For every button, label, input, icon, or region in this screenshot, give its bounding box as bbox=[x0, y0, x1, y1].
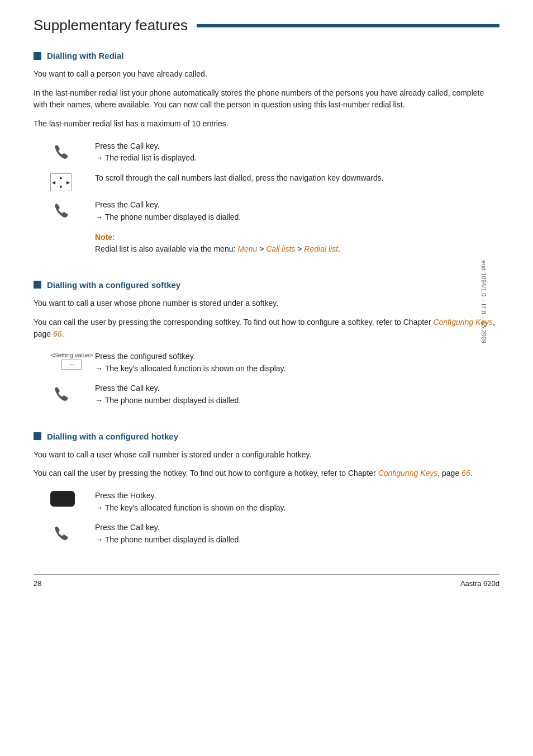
note-spacer bbox=[50, 231, 95, 233]
hotkey-para-2: You can call the user by pressing the ho… bbox=[34, 467, 499, 480]
section-hotkey-icon bbox=[34, 432, 41, 440]
call-lists-link[interactable]: Call lists bbox=[266, 244, 295, 253]
redial-step-3-text: Press the Call key. → The phone number d… bbox=[95, 199, 499, 223]
softkey-para-2: You can call the user by pressing the co… bbox=[34, 316, 499, 341]
configuring-keys-link-2[interactable]: Configuring Keys bbox=[378, 469, 438, 478]
hotkey-para-1: You want to call a user whose call numbe… bbox=[34, 449, 499, 461]
page-66-link-2[interactable]: 66 bbox=[461, 469, 470, 478]
redial-para-1: You want to call a person you have alrea… bbox=[34, 68, 499, 81]
call-key-icon-1 bbox=[50, 140, 95, 163]
hotkey-instructions: Press the Hotkey. → The key's allocated … bbox=[50, 490, 499, 554]
softkey-step-1: <Setting value> – Press the configured s… bbox=[50, 351, 499, 375]
header-rule bbox=[197, 24, 499, 27]
softkey-para-1: You want to call a user whose phone numb… bbox=[34, 297, 499, 310]
call-key-icon-3 bbox=[50, 382, 95, 405]
call-key-icon-2 bbox=[50, 199, 95, 221]
redial-instructions: Press the Call key. → The redial list is… bbox=[50, 140, 499, 263]
page-66-link-1[interactable]: 66 bbox=[53, 329, 62, 338]
hotkey-step-1: Press the Hotkey. → The key's allocated … bbox=[50, 490, 499, 514]
redial-step-1: Press the Call key. → The redial list is… bbox=[50, 140, 499, 164]
page-title: Supplementary features bbox=[34, 17, 188, 34]
footer-product-name: Aastra 620d bbox=[460, 579, 499, 588]
hotkey-step-2-text: Press the Call key. → The phone number d… bbox=[95, 522, 499, 546]
redial-step-1-text: Press the Call key. → The redial list is… bbox=[95, 140, 499, 164]
redial-list-link[interactable]: Redial list bbox=[304, 244, 338, 253]
section-softkey-icon bbox=[34, 281, 41, 289]
softkey-step-2: Press the Call key. → The phone number d… bbox=[50, 382, 499, 407]
hotkey-step-1-text: Press the Hotkey. → The key's allocated … bbox=[95, 490, 499, 514]
redial-para-2: In the last-number redial list your phon… bbox=[34, 87, 499, 111]
hotkey-step-2: Press the Call key. → The phone number d… bbox=[50, 522, 499, 546]
page-footer: 28 Aastra 620d bbox=[34, 574, 499, 588]
section-redial-title: Dialling with Redial bbox=[47, 51, 124, 60]
call-key-icon-4 bbox=[50, 522, 95, 544]
menu-link[interactable]: Menu bbox=[237, 244, 257, 253]
softkey-step-1-text: Press the configured softkey. → The key'… bbox=[95, 351, 499, 375]
section-redial-heading: Dialling with Redial bbox=[34, 51, 499, 60]
redial-note-text: Note: Redial list is also available via … bbox=[95, 231, 499, 256]
footer-page-number: 28 bbox=[34, 579, 41, 588]
side-document-id: eud-1094/1.0 – I7.8 – 05.2009 bbox=[480, 261, 487, 344]
redial-para-3: The last-number redial list has a maximu… bbox=[34, 118, 499, 130]
page-header: Supplementary features bbox=[34, 17, 499, 34]
section-hotkey-title: Dialling with a configured hotkey bbox=[47, 432, 178, 441]
page-container: Supplementary features Dialling with Red… bbox=[0, 0, 533, 604]
redial-step-2: ▲ ◀ ▶ ▼ To scroll through the call numbe… bbox=[50, 172, 499, 191]
redial-step-2-text: To scroll through the call numbers last … bbox=[95, 172, 499, 185]
hotkey-icon bbox=[50, 490, 95, 507]
redial-note: Note: Redial list is also available via … bbox=[50, 231, 499, 256]
redial-step-3: Press the Call key. → The phone number d… bbox=[50, 199, 499, 223]
nav-key-icon: ▲ ◀ ▶ ▼ bbox=[50, 172, 95, 191]
section-softkey-heading: Dialling with a configured softkey bbox=[34, 280, 499, 290]
softkey-instructions: <Setting value> – Press the configured s… bbox=[50, 351, 499, 415]
section-softkey-title: Dialling with a configured softkey bbox=[47, 280, 180, 290]
section-hotkey-heading: Dialling with a configured hotkey bbox=[34, 432, 499, 441]
section-icon bbox=[34, 52, 41, 60]
softkey-icon: <Setting value> – bbox=[50, 351, 95, 370]
softkey-step-2-text: Press the Call key. → The phone number d… bbox=[95, 382, 499, 407]
